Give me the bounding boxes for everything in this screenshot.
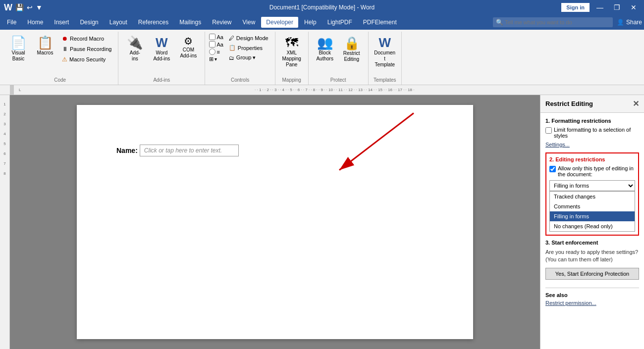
design-mode-button[interactable]: 🖊 Design Mode [226,34,271,43]
grid-icon: ⊞ [209,56,214,62]
start-enforcing-protection-button[interactable]: Yes, Start Enforcing Protection [545,268,639,280]
word-logo-icon: W [4,2,12,13]
cb1[interactable] [209,34,215,40]
title-bar-title: Document1 [Compatibility Mode] - Word [269,4,375,11]
section-3-title-text: Start enforcement [551,240,598,246]
document-template-button[interactable]: W DocumentTemplate [373,34,397,70]
macro-security-button[interactable]: ⚠ Macro Security [59,54,114,64]
dropdown-control: ⊞ ▾ [209,56,223,62]
dropdown-option-tracked[interactable]: Tracked changes [550,192,635,201]
quick-access-dropdown-icon[interactable]: ▼ [36,3,43,11]
menu-item-lightpdf[interactable]: LightPDF [322,17,357,28]
group-button[interactable]: 🗂 Group ▾ [226,53,271,62]
menu-item-mailings[interactable]: Mailings [174,17,206,28]
share-button[interactable]: 👤 Share [617,19,642,26]
ribbon-group-addins-content: 🔌 Add-ins W WordAdd-ins ⚙ COMAdd-ins [122,34,201,75]
aa-label-1: Aa [216,34,223,40]
restrict-editing-icon: 🔒 [344,37,360,50]
rb1[interactable] [209,49,215,55]
ruler-mark-7: 7 [0,158,9,168]
ribbon-group-addins: 🔌 Add-ins W WordAdd-ins ⚙ COMAdd-ins Add… [118,32,205,85]
save-icon[interactable]: 💾 [15,3,24,11]
name-input-field[interactable]: Click or tap here to enter text. [140,145,239,156]
dropdown-arrow[interactable]: ▾ [215,56,217,62]
addins-group-label: Add-ins [122,77,201,83]
controls-small-buttons: 🖊 Design Mode 📋 Properties 🗂 Group ▾ [226,34,271,62]
minimize-button[interactable]: — [593,2,606,12]
section-3: 3. Start enforcement Are you ready to ap… [545,240,639,280]
block-authors-icon: 👥 [317,36,333,49]
block-authors-button[interactable]: 👥 BlockAuthors [313,34,337,64]
record-macro-button[interactable]: ⏺ Record Macro [59,34,114,44]
section-1-checkbox-row: Limit formatting to a selection of style… [545,127,639,139]
properties-button[interactable]: 📋 Properties [226,43,271,52]
ribbon-group-mapping-content: 🗺 XML MappingPane [279,34,304,75]
restrict-editing-label: RestrictEditing [343,50,360,62]
menu-item-layout[interactable]: Layout [105,17,132,28]
block-authors-label: BlockAuthors [316,50,333,62]
option-comments-label: Comments [554,203,580,209]
menu-item-pdfelement[interactable]: PDFElement [358,17,402,28]
code-small-buttons: ⏺ Record Macro ⏸ Pause Recording ⚠ Macro… [59,34,114,64]
radio-label: ≡ [216,49,219,55]
macros-button[interactable]: 📋 Macros [33,34,57,58]
aa-checkbox-2[interactable]: Aa [209,41,223,48]
group-label: Group ▾ [236,54,256,61]
section-2-checkbox[interactable] [549,166,556,172]
menu-item-home[interactable]: Home [22,17,48,28]
menu-item-view[interactable]: View [238,17,261,28]
panel-close-button[interactable]: ✕ [633,99,639,108]
dropdown-option-comments[interactable]: Comments [550,201,635,211]
section-1-number: 1. [545,118,551,124]
pause-recording-button[interactable]: ⏸ Pause Recording [59,44,114,54]
menu-bar: File Home Insert Design Layout Reference… [0,15,644,30]
section-2-title: 2. Editing restrictions [549,156,635,162]
menu-item-help[interactable]: Help [299,17,322,28]
dropdown-option-no-changes[interactable]: No changes (Read only) [550,221,635,231]
section-1-title: 1. Formatting restrictions [545,118,639,124]
menu-item-design[interactable]: Design [75,17,103,28]
restrict-permission-link[interactable]: Restrict permission... [545,300,596,306]
undo-icon[interactable]: ↩ [27,3,33,11]
close-button[interactable]: ✕ [627,2,640,12]
ruler-mark-3: 3 [0,119,9,129]
settings-link[interactable]: Settings... [545,142,639,148]
add-ins-button[interactable]: 🔌 Add-ins [122,34,147,64]
restore-button[interactable]: ❐ [610,2,623,12]
menu-item-references[interactable]: References [133,17,173,28]
section-2-checkbox-label: Allow only this type of editing in the d… [558,165,635,177]
horizontal-ruler: L · · 1 · · 2 · · 3 · · 4 · · 5 · · 6 · … [0,85,644,95]
visual-basic-button[interactable]: 📄 VisualBasic [6,34,31,64]
tell-me-input[interactable] [493,17,613,27]
dropdown-row: Tracked changes Comments Filling in form… [549,180,635,191]
section-3-number: 3. [545,240,551,246]
record-icon: ⏺ [62,35,68,42]
section-2: 2. Editing restrictions Allow only this … [545,152,639,236]
menu-item-developer[interactable]: Developer [261,17,298,28]
sign-in-button[interactable]: Sign in [561,3,590,12]
xml-mapping-button[interactable]: 🗺 XML MappingPane [279,34,304,70]
word-add-ins-button[interactable]: W WordAdd-ins [149,34,174,64]
menu-item-file[interactable]: File [2,17,21,28]
ruler-left-margin [10,85,14,95]
code-group-label: Code [6,77,114,83]
visual-basic-icon: 📄 [10,36,26,49]
word-add-ins-icon: W [156,36,168,49]
protect-group-label: Protect [313,77,364,83]
cb2[interactable] [209,41,215,48]
menu-item-insert[interactable]: Insert [49,17,74,28]
properties-icon: 📋 [229,45,236,51]
menu-item-review[interactable]: Review [207,17,236,28]
radio-control[interactable]: ≡ [209,49,223,55]
com-add-ins-button[interactable]: ⚙ COMAdd-ins [176,34,201,61]
templates-group-label: Templates [373,77,397,83]
section-1-checkbox[interactable] [545,127,552,134]
ribbon-group-code: 📄 VisualBasic 📋 Macros ⏺ Record Macro ⏸ … [2,32,118,85]
share-icon: 👤 [617,19,624,26]
aa-checkbox-1[interactable]: Aa [209,34,223,40]
restrict-editing-button[interactable]: 🔒 RestrictEditing [339,34,364,65]
ruler-mark-1: 1 [0,99,9,109]
editing-type-select[interactable]: Tracked changes Comments Filling in form… [549,180,635,191]
dropdown-option-filling[interactable]: Filling in forms [550,211,635,221]
document-template-label: DocumentTemplate [374,50,396,68]
